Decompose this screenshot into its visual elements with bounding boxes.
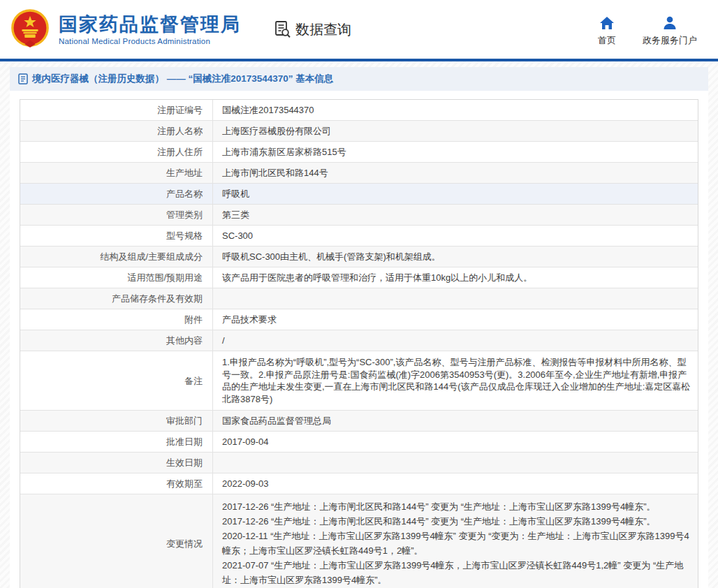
row-label-text: 其他内容 [166, 335, 203, 346]
row-value: 2017-12-26 “生产地址：上海市闸北区民和路144号” 变更为 “生产地… [213, 494, 698, 588]
site-header: 国家药品监督管理局 National Medical Products Admi… [0, 0, 718, 59]
row-value-text: 第三类 [222, 210, 691, 220]
row-label-text: 生效日期 [166, 457, 203, 468]
row-value: / [213, 330, 698, 351]
data-query-label: 数据查询 [295, 20, 351, 39]
national-emblem-logo [10, 9, 50, 50]
row-value: 1.申报产品名称为“呼吸机”,型号为“SC-300”,该产品名称、型号与注册产品… [213, 351, 698, 410]
table-row: 适用范围/预期用途该产品用于医院患者的呼吸管理和治疗，适用于体重10kg以上的小… [20, 267, 698, 288]
row-label: 生产地址 [20, 163, 213, 183]
row-label: 批准日期 [20, 432, 213, 452]
change-record-entry: 2017-12-26 “生产地址：上海市闸北区民和路144号” 变更为 “生产地… [222, 499, 691, 514]
table-row: 结构及组成/主要组成成分呼吸机SC-300由主机、机械手(管路支架)和机架组成。 [20, 247, 698, 267]
row-value: 呼吸机SC-300由主机、机械手(管路支架)和机架组成。 [213, 247, 698, 267]
row-value-text: 上海市闸北区民和路144号 [222, 168, 691, 178]
change-record-entry: 2017-12-26 “生产地址：上海市闸北区民和路144号” 变更为 “生产地… [222, 514, 691, 529]
data-query-nav[interactable]: 数据查询 [274, 20, 351, 39]
row-label-text: 注册人住所 [157, 147, 203, 157]
row-value: 国家食品药品监督管理总局 [213, 411, 698, 431]
nav-gov-portal[interactable]: 政务服务门户 [643, 16, 697, 47]
table-row: 有效期至2022-09-03 [20, 473, 698, 494]
row-label: 管理类别 [20, 205, 213, 225]
row-label-text: 产品名称 [166, 189, 203, 199]
row-label-text: 结构及组成/主要组成成分 [100, 251, 203, 262]
row-label-text: 适用范围/预期用途 [127, 272, 203, 283]
change-record-entry: 2021-07-07 “生产地址：上海市宝山区罗东路1399号4幢东，上海市宝山… [222, 558, 691, 587]
table-row: 其他内容/ [20, 330, 698, 351]
row-value: 国械注准20173544370 [213, 100, 698, 120]
row-value-text: 国械注准20173544370 [222, 105, 691, 115]
content-card: 境内医疗器械（注册历史数据） —— “国械注准20173544370” 基本信息… [10, 67, 708, 588]
row-label: 产品名称 [20, 184, 213, 204]
row-value: 上海市闸北区民和路144号 [213, 163, 698, 183]
row-label-text: 附件 [184, 314, 203, 325]
table-row: 批准日期2017-09-04 [20, 432, 698, 453]
nav-home[interactable]: 首页 [598, 16, 616, 47]
row-label-text: 审批部门 [166, 416, 203, 426]
row-label: 变更情况 [20, 494, 213, 588]
table-row: 注册证编号国械注准20173544370 [20, 100, 698, 121]
row-label: 附件 [20, 309, 213, 330]
row-value-text: 2022-09-03 [222, 478, 691, 489]
row-label-text: 产品储存条件及有效期 [112, 293, 203, 304]
row-label-text: 注册人名称 [157, 126, 203, 136]
row-label-text: 生产地址 [166, 168, 203, 178]
table-row: 审批部门国家食品药品监督管理总局 [20, 411, 698, 432]
row-label-text: 管理类别 [166, 210, 203, 220]
change-record-entry: 2020-12-11 “生产地址：上海市宝山区罗东路1399号4幢东” 变更为 … [222, 529, 691, 558]
page-title-bar: 境内医疗器械（注册历史数据） —— “国械注准20173544370” 基本信息 [10, 67, 708, 91]
row-value [213, 453, 698, 473]
row-label: 备注 [20, 351, 213, 410]
org-title-block: 国家药品监督管理局 National Medical Products Admi… [59, 14, 241, 45]
row-label: 产品储存条件及有效期 [20, 288, 213, 309]
data-query-icon [274, 20, 291, 38]
table-row: 生产地址上海市闸北区民和路144号 [20, 163, 698, 184]
row-value: 上海医疗器械股份有限公司 [213, 121, 698, 141]
nav-gov-portal-label: 政务服务门户 [643, 34, 697, 47]
row-value: 呼吸机 [213, 184, 698, 204]
row-value-text: 2017-09-04 [222, 436, 691, 447]
table-row: 附件产品技术要求 [20, 309, 698, 330]
row-value-text: 国家食品药品监督管理总局 [222, 416, 691, 426]
row-label-text: 注册证编号 [157, 105, 203, 115]
row-value: 产品技术要求 [213, 309, 698, 330]
row-label: 生效日期 [20, 453, 213, 473]
table-row: 备注1.申报产品名称为“呼吸机”,型号为“SC-300”,该产品名称、型号与注册… [20, 351, 698, 411]
row-value-text: 呼吸机SC-300由主机、机械手(管路支架)和机架组成。 [222, 251, 691, 262]
table-row: 生效日期 [20, 453, 698, 473]
row-value: SC-300 [213, 226, 698, 246]
row-label-text: 有效期至 [166, 478, 203, 489]
table-row: 注册人名称上海医疗器械股份有限公司 [20, 121, 698, 142]
row-value: 上海市浦东新区居家桥路515号 [213, 142, 698, 162]
person-icon [662, 16, 677, 30]
row-value [213, 288, 698, 309]
row-value: 2017-09-04 [213, 432, 698, 452]
row-value-text: SC-300 [222, 230, 691, 241]
row-label: 适用范围/预期用途 [20, 267, 213, 288]
row-value-text: / [222, 335, 691, 346]
info-table: 注册证编号国械注准20173544370注册人名称上海医疗器械股份有限公司注册人… [20, 99, 698, 588]
table-row: 管理类别第三类 [20, 205, 698, 226]
row-label-text: 变更情况 [166, 538, 203, 549]
row-label: 结构及组成/主要组成成分 [20, 247, 213, 267]
org-name-en: National Medical Products Administration [59, 37, 241, 45]
row-label: 型号规格 [20, 226, 213, 246]
row-label-text: 型号规格 [166, 230, 203, 241]
row-value: 该产品用于医院患者的呼吸管理和治疗，适用于体重10kg以上的小儿和成人。 [213, 267, 698, 288]
org-name-zh: 国家药品监督管理局 [59, 14, 241, 35]
row-label: 其他内容 [20, 330, 213, 351]
row-value-text: 上海市浦东新区居家桥路515号 [222, 147, 691, 157]
row-value-text: 该产品用于医院患者的呼吸管理和治疗，适用于体重10kg以上的小儿和成人。 [222, 272, 691, 283]
table-row: 变更情况2017-12-26 “生产地址：上海市闸北区民和路144号” 变更为 … [20, 494, 698, 588]
row-value-text: 呼吸机 [222, 189, 691, 199]
row-label: 审批部门 [20, 411, 213, 431]
row-label-text: 备注 [184, 376, 203, 386]
table-row: 产品名称呼吸机 [20, 184, 698, 205]
nav-home-label: 首页 [598, 34, 616, 47]
row-label: 注册证编号 [20, 100, 213, 120]
row-value-text: 1.申报产品名称为“呼吸机”,型号为“SC-300”,该产品名称、型号与注册产品… [222, 356, 691, 405]
table-row: 注册人住所上海市浦东新区居家桥路515号 [20, 142, 698, 163]
row-value: 第三类 [213, 205, 698, 225]
row-label: 注册人名称 [20, 121, 213, 141]
row-label: 注册人住所 [20, 142, 213, 162]
